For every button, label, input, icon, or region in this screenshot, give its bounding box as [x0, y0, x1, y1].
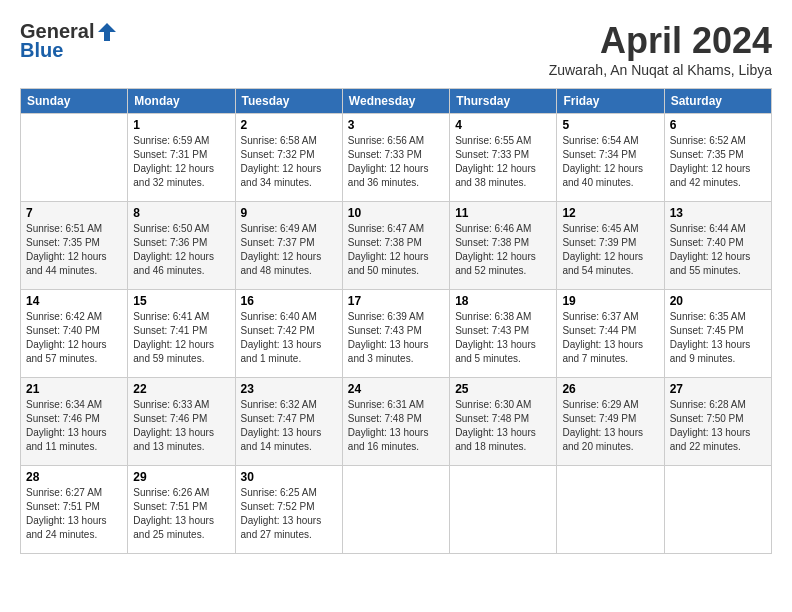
table-row: 11 Sunrise: 6:46 AMSunset: 7:38 PMDaylig…	[450, 202, 557, 290]
day-number: 11	[455, 206, 551, 220]
day-number: 5	[562, 118, 658, 132]
day-info: Sunrise: 6:40 AMSunset: 7:42 PMDaylight:…	[241, 310, 337, 366]
table-row: 14 Sunrise: 6:42 AMSunset: 7:40 PMDaylig…	[21, 290, 128, 378]
day-info: Sunrise: 6:29 AMSunset: 7:49 PMDaylight:…	[562, 398, 658, 454]
day-info: Sunrise: 6:26 AMSunset: 7:51 PMDaylight:…	[133, 486, 229, 542]
day-number: 28	[26, 470, 122, 484]
day-number: 1	[133, 118, 229, 132]
table-row: 15 Sunrise: 6:41 AMSunset: 7:41 PMDaylig…	[128, 290, 235, 378]
header-tuesday: Tuesday	[235, 89, 342, 114]
table-row: 17 Sunrise: 6:39 AMSunset: 7:43 PMDaylig…	[342, 290, 449, 378]
day-number: 8	[133, 206, 229, 220]
table-row: 7 Sunrise: 6:51 AMSunset: 7:35 PMDayligh…	[21, 202, 128, 290]
day-info: Sunrise: 6:52 AMSunset: 7:35 PMDaylight:…	[670, 134, 766, 190]
day-number: 30	[241, 470, 337, 484]
table-row: 13 Sunrise: 6:44 AMSunset: 7:40 PMDaylig…	[664, 202, 771, 290]
day-info: Sunrise: 6:41 AMSunset: 7:41 PMDaylight:…	[133, 310, 229, 366]
logo-icon	[96, 21, 118, 43]
table-row	[21, 114, 128, 202]
day-number: 23	[241, 382, 337, 396]
header-thursday: Thursday	[450, 89, 557, 114]
day-number: 9	[241, 206, 337, 220]
table-row: 28 Sunrise: 6:27 AMSunset: 7:51 PMDaylig…	[21, 466, 128, 554]
table-row: 1 Sunrise: 6:59 AMSunset: 7:31 PMDayligh…	[128, 114, 235, 202]
day-number: 29	[133, 470, 229, 484]
table-row: 3 Sunrise: 6:56 AMSunset: 7:33 PMDayligh…	[342, 114, 449, 202]
day-number: 16	[241, 294, 337, 308]
logo-blue-text: Blue	[20, 39, 63, 62]
calendar-week-row: 1 Sunrise: 6:59 AMSunset: 7:31 PMDayligh…	[21, 114, 772, 202]
calendar-week-row: 21 Sunrise: 6:34 AMSunset: 7:46 PMDaylig…	[21, 378, 772, 466]
header-monday: Monday	[128, 89, 235, 114]
header-saturday: Saturday	[664, 89, 771, 114]
calendar-week-row: 14 Sunrise: 6:42 AMSunset: 7:40 PMDaylig…	[21, 290, 772, 378]
day-number: 14	[26, 294, 122, 308]
table-row: 9 Sunrise: 6:49 AMSunset: 7:37 PMDayligh…	[235, 202, 342, 290]
day-number: 24	[348, 382, 444, 396]
day-info: Sunrise: 6:51 AMSunset: 7:35 PMDaylight:…	[26, 222, 122, 278]
title-block: April 2024 Zuwarah, An Nuqat al Khams, L…	[549, 20, 772, 78]
day-number: 12	[562, 206, 658, 220]
table-row: 19 Sunrise: 6:37 AMSunset: 7:44 PMDaylig…	[557, 290, 664, 378]
table-row	[450, 466, 557, 554]
header-friday: Friday	[557, 89, 664, 114]
table-row: 18 Sunrise: 6:38 AMSunset: 7:43 PMDaylig…	[450, 290, 557, 378]
month-title: April 2024	[549, 20, 772, 62]
day-number: 17	[348, 294, 444, 308]
calendar-week-row: 28 Sunrise: 6:27 AMSunset: 7:51 PMDaylig…	[21, 466, 772, 554]
calendar-table: Sunday Monday Tuesday Wednesday Thursday…	[20, 88, 772, 554]
day-number: 10	[348, 206, 444, 220]
table-row: 25 Sunrise: 6:30 AMSunset: 7:48 PMDaylig…	[450, 378, 557, 466]
table-row: 2 Sunrise: 6:58 AMSunset: 7:32 PMDayligh…	[235, 114, 342, 202]
table-row: 24 Sunrise: 6:31 AMSunset: 7:48 PMDaylig…	[342, 378, 449, 466]
table-row: 12 Sunrise: 6:45 AMSunset: 7:39 PMDaylig…	[557, 202, 664, 290]
day-info: Sunrise: 6:56 AMSunset: 7:33 PMDaylight:…	[348, 134, 444, 190]
day-info: Sunrise: 6:59 AMSunset: 7:31 PMDaylight:…	[133, 134, 229, 190]
table-row: 5 Sunrise: 6:54 AMSunset: 7:34 PMDayligh…	[557, 114, 664, 202]
day-info: Sunrise: 6:39 AMSunset: 7:43 PMDaylight:…	[348, 310, 444, 366]
page-header: General Blue April 2024 Zuwarah, An Nuqa…	[20, 20, 772, 78]
table-row: 30 Sunrise: 6:25 AMSunset: 7:52 PMDaylig…	[235, 466, 342, 554]
location: Zuwarah, An Nuqat al Khams, Libya	[549, 62, 772, 78]
day-info: Sunrise: 6:58 AMSunset: 7:32 PMDaylight:…	[241, 134, 337, 190]
day-number: 27	[670, 382, 766, 396]
day-info: Sunrise: 6:38 AMSunset: 7:43 PMDaylight:…	[455, 310, 551, 366]
day-info: Sunrise: 6:33 AMSunset: 7:46 PMDaylight:…	[133, 398, 229, 454]
day-info: Sunrise: 6:28 AMSunset: 7:50 PMDaylight:…	[670, 398, 766, 454]
table-row: 4 Sunrise: 6:55 AMSunset: 7:33 PMDayligh…	[450, 114, 557, 202]
day-number: 3	[348, 118, 444, 132]
day-info: Sunrise: 6:35 AMSunset: 7:45 PMDaylight:…	[670, 310, 766, 366]
table-row: 29 Sunrise: 6:26 AMSunset: 7:51 PMDaylig…	[128, 466, 235, 554]
table-row: 16 Sunrise: 6:40 AMSunset: 7:42 PMDaylig…	[235, 290, 342, 378]
day-number: 2	[241, 118, 337, 132]
day-info: Sunrise: 6:44 AMSunset: 7:40 PMDaylight:…	[670, 222, 766, 278]
day-number: 26	[562, 382, 658, 396]
day-info: Sunrise: 6:27 AMSunset: 7:51 PMDaylight:…	[26, 486, 122, 542]
day-number: 21	[26, 382, 122, 396]
day-number: 7	[26, 206, 122, 220]
day-info: Sunrise: 6:42 AMSunset: 7:40 PMDaylight:…	[26, 310, 122, 366]
table-row: 8 Sunrise: 6:50 AMSunset: 7:36 PMDayligh…	[128, 202, 235, 290]
day-info: Sunrise: 6:37 AMSunset: 7:44 PMDaylight:…	[562, 310, 658, 366]
day-number: 4	[455, 118, 551, 132]
day-info: Sunrise: 6:45 AMSunset: 7:39 PMDaylight:…	[562, 222, 658, 278]
day-info: Sunrise: 6:54 AMSunset: 7:34 PMDaylight:…	[562, 134, 658, 190]
day-info: Sunrise: 6:55 AMSunset: 7:33 PMDaylight:…	[455, 134, 551, 190]
table-row	[342, 466, 449, 554]
table-row: 22 Sunrise: 6:33 AMSunset: 7:46 PMDaylig…	[128, 378, 235, 466]
day-info: Sunrise: 6:32 AMSunset: 7:47 PMDaylight:…	[241, 398, 337, 454]
header-wednesday: Wednesday	[342, 89, 449, 114]
day-number: 13	[670, 206, 766, 220]
table-row: 10 Sunrise: 6:47 AMSunset: 7:38 PMDaylig…	[342, 202, 449, 290]
day-info: Sunrise: 6:49 AMSunset: 7:37 PMDaylight:…	[241, 222, 337, 278]
day-number: 20	[670, 294, 766, 308]
day-number: 18	[455, 294, 551, 308]
table-row: 27 Sunrise: 6:28 AMSunset: 7:50 PMDaylig…	[664, 378, 771, 466]
day-info: Sunrise: 6:46 AMSunset: 7:38 PMDaylight:…	[455, 222, 551, 278]
day-number: 6	[670, 118, 766, 132]
day-number: 15	[133, 294, 229, 308]
header-sunday: Sunday	[21, 89, 128, 114]
table-row: 21 Sunrise: 6:34 AMSunset: 7:46 PMDaylig…	[21, 378, 128, 466]
table-row: 23 Sunrise: 6:32 AMSunset: 7:47 PMDaylig…	[235, 378, 342, 466]
day-info: Sunrise: 6:47 AMSunset: 7:38 PMDaylight:…	[348, 222, 444, 278]
